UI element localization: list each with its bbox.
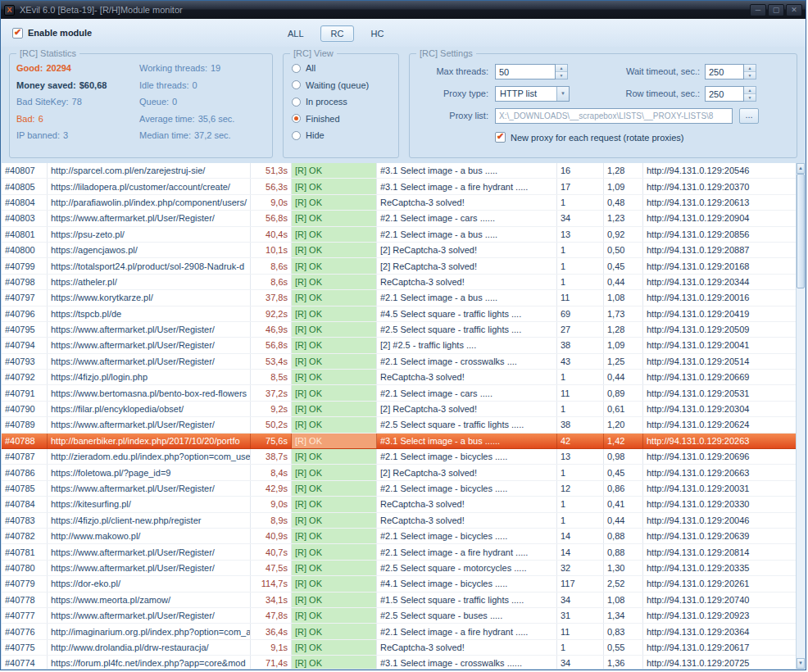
cell-url: https://4fizjo.pl/login.php [48, 370, 251, 384]
cell-count: 1 [557, 258, 604, 273]
row-timeout-input[interactable] [705, 86, 744, 102]
radio-option[interactable]: Finished [290, 111, 392, 128]
table-row[interactable]: #40783 https://4fizjo.pl/client-new.php/… [2, 513, 796, 529]
proxy-type-combobox[interactable]: HTTP list ▼ [495, 86, 570, 102]
table-row[interactable]: #40796 https://tspcb.pl/de 92,2s [R] OK … [2, 306, 796, 322]
table-row[interactable]: #40780 https://www.aftermarket.pl/User/R… [2, 561, 796, 576]
cell-time: 40,7s [251, 544, 292, 559]
radio-option[interactable]: Hide [290, 127, 392, 144]
table-row[interactable]: #40787 http://zieradom.edu.pl/index.php?… [2, 449, 796, 465]
table-row[interactable]: #40798 https://atheler.pl/ 8,6s [R] OK R… [2, 275, 796, 290]
table-row[interactable]: #40791 https://www.bertomasna.pl/bento-b… [2, 385, 796, 401]
spin-up-icon[interactable]: ▲ [744, 87, 756, 93]
chevron-down-icon[interactable]: ▼ [556, 87, 569, 101]
maximize-button[interactable]: ▢ [768, 4, 784, 16]
table-row[interactable]: #40775 http://www.drolandia.pl/drw-resta… [2, 640, 796, 656]
table-row[interactable]: #40803 https://www.aftermarket.pl/User/R… [2, 211, 796, 226]
close-button[interactable]: ✕ [786, 4, 802, 16]
table-row[interactable]: #40801 https://psu-zeto.pl/ 40,4s [R] OK… [2, 227, 796, 243]
table-row[interactable]: #40795 https://www.aftermarket.pl/User/R… [2, 322, 796, 338]
scroll-up-icon[interactable]: ▲ [797, 163, 805, 174]
table-row[interactable]: #40789 https://www.aftermarket.pl/User/R… [2, 417, 796, 433]
module-tab[interactable]: ALL [286, 26, 306, 41]
vertical-scrollbar[interactable]: ▲ ▼ [796, 163, 805, 669]
table-row[interactable]: #40794 https://www.aftermarket.pl/User/R… [2, 338, 796, 353]
cell-task: #2.1 Select image - bicycles ..... [377, 449, 557, 464]
spin-down-icon[interactable]: ▼ [744, 71, 756, 79]
cell-proxy: http://94.131.0.129:20613 [643, 195, 796, 210]
browse-button[interactable]: ... [739, 108, 759, 124]
table-row[interactable]: #40782 http://www.makowo.pl/ 40,9s [R] O… [2, 529, 796, 544]
proxy-list-input[interactable] [495, 108, 733, 124]
table-row[interactable]: #40785 https://www.aftermarket.pl/User/R… [2, 481, 796, 497]
cell-count: 1 [557, 465, 604, 479]
cell-id: #40782 [2, 529, 48, 543]
table-row[interactable]: #40799 https://totalsport24.pl/product/s… [2, 258, 796, 274]
scrollbar-thumb[interactable] [797, 174, 805, 288]
enable-module-checkbox[interactable]: ✔ Enable module [12, 28, 92, 39]
table-row[interactable]: #40784 https://kitesurfing.pl/ 9,0s [R] … [2, 497, 796, 512]
table-row[interactable]: #40793 https://www.aftermarket.pl/User/R… [2, 354, 796, 370]
module-tabs: ALL RC HC [286, 24, 385, 43]
radio-icon [292, 80, 301, 89]
radio-option[interactable]: In process [290, 93, 392, 111]
cell-url: https://agencjawos.pl/ [48, 243, 251, 257]
scroll-down-icon[interactable]: ▼ [797, 658, 805, 669]
cell-id: #40776 [2, 624, 48, 638]
cell-id: #40784 [2, 497, 48, 511]
table-row[interactable]: #40800 https://agencjawos.pl/ 10,1s [R] … [2, 243, 796, 258]
spin-down-icon[interactable]: ▼ [556, 71, 567, 79]
wait-timeout-input[interactable] [705, 64, 744, 79]
proxy-type-value: HTTP list [496, 87, 556, 101]
cell-task: #2.1 Select image - bicycles ..... [377, 481, 557, 496]
cell-proxy: http://94.131.0.129:20263 [643, 434, 796, 448]
spin-up-icon[interactable]: ▲ [744, 65, 756, 71]
cell-proxy: http://94.131.0.129:20330 [643, 497, 796, 511]
minimize-button[interactable]: ─ [750, 4, 766, 16]
table-row[interactable]: #40797 https://www.korytkarze.pl/ 37,8s … [2, 290, 796, 306]
cell-status: [R] OK [292, 370, 377, 384]
table-row[interactable]: #40774 https://forum.pl4fc.net/index.php… [2, 656, 796, 669]
cell-price: 0,89 [604, 385, 643, 400]
cell-status: [R] OK [292, 497, 377, 511]
cell-time: 92,2s [251, 306, 292, 321]
table-row[interactable]: #40792 https://4fizjo.pl/login.php 8,5s … [2, 370, 796, 385]
table-row[interactable]: #40786 https://foletowa.pl/?page_id=9 8,… [2, 465, 796, 480]
table-row[interactable]: #40790 https://filar.pl/encyklopedia/obs… [2, 402, 796, 417]
view-title: [RC] View [290, 48, 337, 58]
table-row[interactable]: #40779 https://dor-eko.pl/ 114,7s [R] OK… [2, 576, 796, 592]
cell-task: [2] ReCaptcha-3 solved! [377, 258, 557, 273]
stat-label: Idle threads: [139, 80, 189, 90]
table-row[interactable]: #40781 https://www.aftermarket.pl/User/R… [2, 544, 796, 560]
table-row[interactable]: #40776 http://imaginarium.org.pl/index.p… [2, 624, 796, 639]
table-row[interactable]: #40777 https://www.aftermarket.pl/User/R… [2, 608, 796, 624]
stat-value: 20294 [46, 63, 71, 73]
radio-option[interactable]: All [290, 60, 392, 77]
panels-row: [RC] Statistics Good: 20294 Money saved:… [9, 48, 797, 158]
cell-count: 34 [557, 211, 604, 225]
stat-item: Good: 20294 [16, 60, 139, 77]
spin-down-icon[interactable]: ▼ [744, 93, 756, 101]
radio-icon [292, 64, 301, 73]
cell-count: 1 [557, 402, 604, 416]
table-row[interactable]: #40788 http://banerbiker.pl/index.php/20… [2, 434, 796, 449]
cell-task: [2] ReCaptcha-3 solved! [377, 465, 557, 479]
spin-up-icon[interactable]: ▲ [556, 65, 567, 71]
module-tab[interactable]: HC [369, 26, 385, 41]
cell-id: #40787 [2, 449, 48, 464]
table-row[interactable]: #40778 https://www.meorta.pl/zamow/ 34,1… [2, 593, 796, 608]
table-row[interactable]: #40805 https://liladopera.pl/customer/ac… [2, 179, 796, 194]
cell-id: #40800 [2, 243, 48, 257]
rotate-proxies-checkbox[interactable]: ✔ New proxy for each request (rotate pro… [495, 132, 684, 143]
table-row[interactable]: #40804 http://parafiawolin.pl/index.php/… [2, 195, 796, 211]
cell-task: #2.1 Select image - a fire hydrant ..... [377, 624, 557, 638]
table-row[interactable]: #40807 http://sparcel.com.pl/en/zarejest… [2, 163, 796, 179]
cell-url: https://www.meorta.pl/zamow/ [48, 593, 251, 607]
cell-proxy: http://94.131.0.129:20304 [643, 402, 796, 416]
radio-option[interactable]: Waiting (queue) [290, 77, 392, 94]
cell-id: #40796 [2, 306, 48, 321]
module-tab[interactable]: RC [320, 25, 355, 42]
max-threads-input[interactable] [495, 64, 556, 79]
titlebar[interactable]: XEvil 6.0 [Beta-19]- [R/H]Module monitor… [1, 1, 806, 19]
cell-price: 0,45 [604, 258, 643, 273]
